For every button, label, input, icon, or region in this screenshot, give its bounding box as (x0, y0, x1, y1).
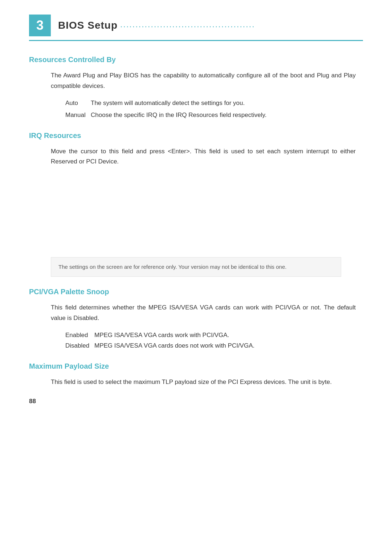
section-irq-resources: IRQ Resources Move the cursor to this fi… (29, 131, 363, 167)
definition-row-auto: Auto The system will automatically detec… (65, 98, 348, 109)
section-heading-pci-vga: PCI/VGA Palette Snoop (29, 288, 363, 296)
pci-vga-definitions: Enabled MPEG ISA/VESA VGA cards work wit… (65, 330, 348, 351)
section-heading-irq: IRQ Resources (29, 131, 363, 140)
section-heading-resources: Resources Controlled By (29, 56, 363, 64)
definition-row-manual: Manual Choose the specific IRQ in the IR… (65, 110, 348, 121)
header-dots: ........................................… (121, 22, 256, 29)
section-heading-payload: Maximum Payload Size (29, 362, 363, 370)
def-term-auto: Auto (65, 98, 91, 109)
def-desc-auto: The system will automatically detect the… (91, 98, 348, 109)
section-pci-vga: PCI/VGA Palette Snoop This field determi… (29, 288, 363, 351)
enabled-term-disabled: Disabled (65, 341, 94, 351)
enabled-row-disabled: Disabled MPEG ISA/VESA VGA cards does no… (65, 341, 348, 351)
pci-vga-intro-text: This field determines whether the MPEG I… (51, 303, 356, 324)
enabled-row-enabled: Enabled MPEG ISA/VESA VGA cards work wit… (65, 330, 348, 341)
def-term-manual: Manual (65, 110, 91, 121)
def-desc-manual: Choose the specific IRQ in the IRQ Resou… (91, 110, 348, 121)
note-text: The settings on the screen are for refer… (58, 264, 286, 270)
payload-intro-text: This field is used to select the maximum… (51, 377, 356, 388)
content-spacer (29, 174, 363, 246)
resources-intro-text: The Award Plug and Play BIOS has the cap… (51, 70, 356, 92)
enabled-desc-enabled: MPEG ISA/VESA VGA cards work with PCI/VG… (94, 330, 348, 341)
resources-definitions: Auto The system will automatically detec… (65, 98, 348, 121)
section-resources-controlled-by: Resources Controlled By The Award Plug a… (29, 56, 363, 121)
chapter-number-box: 3 (29, 15, 51, 36)
header-title: BIOS Setup .............................… (58, 20, 256, 31)
section-maximum-payload: Maximum Payload Size This field is used … (29, 362, 363, 388)
note-box: The settings on the screen are for refer… (51, 257, 341, 277)
chapter-number: 3 (36, 18, 44, 33)
page-container: 3 BIOS Setup ...........................… (0, 0, 392, 416)
page-header: 3 BIOS Setup ...........................… (29, 15, 363, 41)
page-number: 88 (29, 398, 36, 405)
irq-intro-text: Move the cursor to this field and press … (51, 146, 356, 167)
enabled-term-enabled: Enabled (65, 330, 94, 341)
enabled-desc-disabled: MPEG ISA/VESA VGA cards does not work wi… (94, 341, 348, 351)
header-title-text: BIOS Setup (58, 20, 118, 31)
